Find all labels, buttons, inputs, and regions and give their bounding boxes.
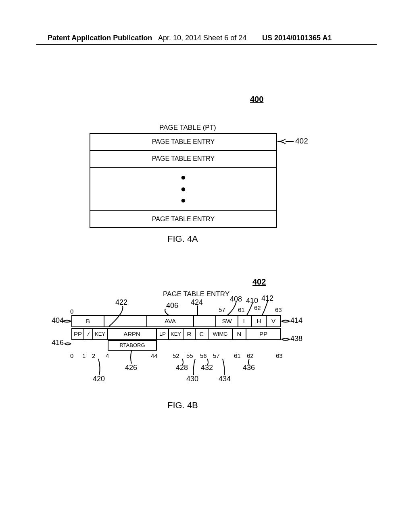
field-arpn: ARPN [108, 328, 157, 340]
bit-label-57-bot: 57 [213, 352, 220, 359]
lead-404 [63, 318, 73, 324]
lead-436 [248, 359, 253, 367]
field-h: H [252, 315, 267, 327]
lead-424 [196, 305, 204, 316]
lead-428 [181, 359, 188, 367]
field-gap-2 [194, 315, 216, 327]
bit-label-56-bot: 56 [200, 352, 207, 359]
bit-label-63-bot: 63 [276, 352, 283, 359]
field-sw: SW [216, 315, 238, 327]
ref-400: 400 [250, 95, 263, 104]
lead-438 [282, 337, 291, 342]
lead-430 [193, 359, 198, 376]
fig-4b-caption: FIG. 4B [167, 400, 198, 411]
pte-row-2: PP / KEY ARPN LP KEY R C WIMG N PP [71, 328, 283, 340]
bit-label-4-bot: 4 [106, 352, 109, 359]
field-r: R [184, 328, 196, 340]
page-table-entry-row: PAGE TABLE ENTRY [90, 151, 276, 168]
lead-406 [163, 308, 175, 317]
ref-402: 402 [252, 277, 266, 287]
lead-420 [98, 359, 104, 376]
header-left: Patent Application Publication [48, 34, 152, 42]
lead-432 [206, 359, 212, 367]
bit-label-63-top: 63 [275, 306, 282, 313]
field-gap-1 [104, 315, 147, 327]
lead-414 [282, 318, 291, 324]
bit-label-52-bot: 52 [173, 352, 179, 359]
field-pp-1: PP [71, 328, 84, 340]
ref-416: 416 [52, 339, 64, 347]
page-table-entry-title: PAGE TABLE ENTRY [163, 290, 229, 298]
field-pp-2: PP [246, 328, 281, 340]
page-table-entry-row: PAGE TABLE ENTRY [90, 211, 276, 227]
field-key-2: KEY [169, 328, 184, 340]
lead-412 [266, 300, 274, 316]
field-rtaborg: RTABORG [108, 340, 157, 351]
bit-label-1-bot: 1 [82, 352, 86, 359]
lead-416 [65, 341, 73, 347]
fig-4b-diagram: 0 57 61 62 63 422 406 424 408 410 412 40… [60, 298, 286, 387]
field-wimg: WIMG [209, 328, 233, 340]
callout-402: 402 [295, 137, 308, 145]
lead-422 [121, 305, 133, 317]
ref-414: 414 [290, 316, 302, 325]
bit-label-61-bot: 61 [234, 352, 241, 359]
page-table-ellipsis: ●●● [90, 168, 276, 211]
lead-410 [252, 302, 260, 316]
field-lp: LP [157, 328, 169, 340]
ref-438: 438 [290, 335, 302, 343]
field-v: V [267, 315, 281, 327]
bit-label-0-bot: 0 [70, 352, 73, 359]
fig-4a-caption: FIG. 4A [167, 234, 198, 244]
callout-402-lead [277, 138, 295, 145]
bit-label-0-top: 0 [70, 308, 73, 315]
lead-426 [130, 351, 136, 365]
field-l: L [238, 315, 252, 327]
pte-row-1: B AVA SW L H V [71, 315, 283, 327]
field-n: N [233, 328, 246, 340]
page-table-title: PAGE TABLE (PT) [159, 124, 216, 132]
bit-label-57-top: 57 [219, 306, 225, 313]
field-c: C [196, 328, 209, 340]
lead-434 [222, 359, 228, 376]
header-rule [36, 44, 377, 45]
bit-label-62-bot: 62 [247, 352, 254, 359]
page-table-entry-row: PAGE TABLE ENTRY [90, 134, 276, 151]
field-ava: AVA [147, 315, 194, 327]
bit-label-44-bot: 44 [151, 352, 158, 359]
header-right: US 2014/0101365 A1 [262, 34, 332, 42]
page-table: PAGE TABLE ENTRY PAGE TABLE ENTRY ●●● PA… [90, 133, 277, 228]
header-mid: Apr. 10, 2014 Sheet 6 of 24 [158, 34, 246, 42]
field-slash: / [84, 328, 93, 340]
bit-label-55-bot: 55 [186, 352, 193, 359]
field-b: B [71, 315, 104, 327]
lead-408 [235, 301, 243, 316]
bit-label-2-bot: 2 [92, 352, 95, 359]
field-key-1: KEY [93, 328, 108, 340]
ref-404: 404 [52, 316, 64, 325]
